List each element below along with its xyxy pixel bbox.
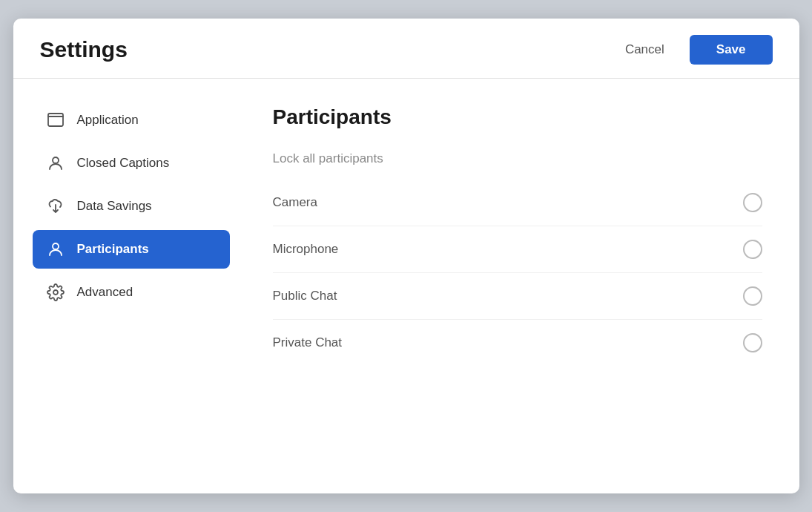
option-row-microphone: Microphone <box>273 226 762 273</box>
header-actions: Cancel Save <box>615 35 773 65</box>
application-icon <box>46 111 65 130</box>
sidebar-item-data-savings[interactable]: Data Savings <box>33 187 230 226</box>
svg-point-2 <box>53 157 59 163</box>
option-label-private-chat: Private Chat <box>273 335 343 350</box>
save-button[interactable]: Save <box>690 35 773 65</box>
sidebar-item-participants-label: Participants <box>77 242 149 257</box>
closed-captions-icon <box>46 154 65 173</box>
modal-header: Settings Cancel Save <box>13 19 799 79</box>
data-savings-icon <box>46 197 65 216</box>
svg-point-3 <box>53 243 59 249</box>
advanced-icon <box>46 283 65 302</box>
sidebar-item-participants[interactable]: Participants <box>33 230 230 269</box>
option-label-microphone: Microphone <box>273 242 339 257</box>
radio-microphone[interactable] <box>743 240 762 259</box>
sidebar-item-advanced[interactable]: Advanced <box>33 273 230 312</box>
participants-icon <box>46 240 65 259</box>
radio-private-chat[interactable] <box>743 333 762 352</box>
sidebar-item-closed-captions-label: Closed Captions <box>77 156 170 171</box>
lock-all-label: Lock all participants <box>273 151 762 166</box>
sidebar-item-application[interactable]: Application <box>33 101 230 140</box>
section-title: Participants <box>273 105 762 129</box>
option-row-camera: Camera <box>273 180 762 226</box>
radio-public-chat[interactable] <box>743 286 762 306</box>
cancel-button[interactable]: Cancel <box>615 36 675 63</box>
main-content: Participants Lock all participants Camer… <box>243 79 799 493</box>
sidebar-item-data-savings-label: Data Savings <box>77 199 152 214</box>
sidebar-item-application-label: Application <box>77 113 139 128</box>
modal-title: Settings <box>40 37 128 62</box>
option-row-private-chat: Private Chat <box>273 320 762 366</box>
sidebar: Application Closed Captions <box>13 79 243 493</box>
option-label-public-chat: Public Chat <box>273 289 337 303</box>
option-label-camera: Camera <box>273 195 317 210</box>
sidebar-item-closed-captions[interactable]: Closed Captions <box>33 144 230 183</box>
settings-modal: Settings Cancel Save Application <box>13 19 799 493</box>
sidebar-item-advanced-label: Advanced <box>77 285 133 300</box>
svg-point-4 <box>53 290 58 295</box>
modal-body: Application Closed Captions <box>13 79 799 493</box>
radio-camera[interactable] <box>743 193 762 212</box>
option-row-public-chat: Public Chat <box>273 273 762 320</box>
svg-rect-0 <box>48 114 63 126</box>
